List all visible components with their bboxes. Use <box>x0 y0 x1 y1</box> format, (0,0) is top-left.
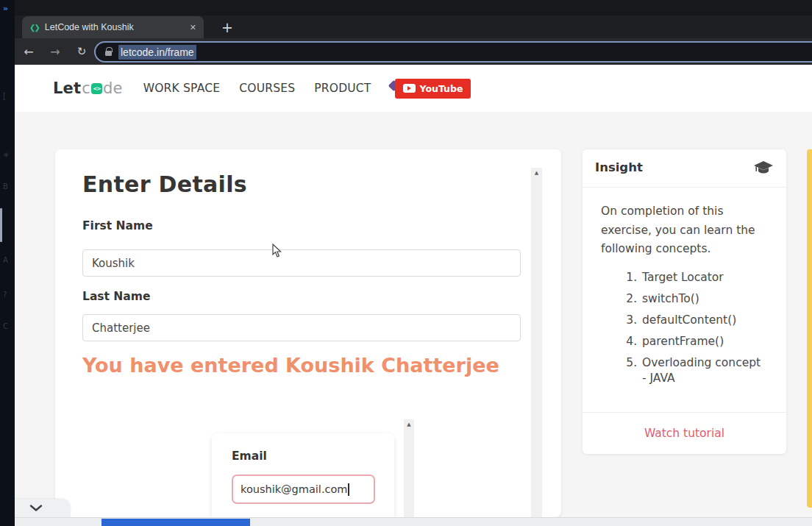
window-top-band <box>15 0 812 15</box>
tab-strip: ❮❯ LetCode with Koushik ✕ + <box>15 0 812 38</box>
logo-text-let: Let <box>53 79 81 97</box>
concept-item: defaultContent() <box>641 313 768 328</box>
browser-tab[interactable]: ❮❯ LetCode with Koushik ✕ <box>22 16 204 38</box>
nav-item-courses[interactable]: COURSES <box>239 82 295 95</box>
insight-card: Insight On completion of this exercise, … <box>583 149 786 454</box>
faint-glyph: ? <box>3 291 7 299</box>
tab-title: LetCode with Koushik <box>45 22 184 32</box>
mouse-cursor <box>272 244 282 258</box>
insight-description: On completion of this exercise, you can … <box>601 202 772 259</box>
main-nav: WORK SPACE COURSES PRODUCT <box>143 82 391 95</box>
youtube-play-icon <box>403 84 416 93</box>
address-bar[interactable]: letcode.in/frame <box>94 41 812 63</box>
expand-panel-button[interactable] <box>15 499 71 517</box>
faint-glyph: ✳ <box>3 151 9 159</box>
concept-item: Overloading concept - JAVA <box>641 355 768 386</box>
logo-text-de: de <box>103 79 123 97</box>
concept-item: switchTo() <box>641 291 768 307</box>
logo-code-icon: <> <box>91 83 102 94</box>
faint-glyph: A <box>3 256 8 264</box>
email-input[interactable]: koushik@gmail.com <box>232 475 375 504</box>
concept-item: parentFrame() <box>641 334 768 349</box>
insight-footer: Watch tutorial <box>583 412 786 454</box>
forward-button[interactable]: → <box>44 38 66 65</box>
last-name-label: Last Name <box>82 290 150 303</box>
youtube-button[interactable]: YouTube <box>395 79 471 99</box>
letcode-logo[interactable]: Let c <> de <box>53 79 123 97</box>
scroll-up-icon[interactable]: ▲ <box>404 422 414 427</box>
cutoff-card-edge <box>807 149 812 508</box>
new-tab-button[interactable]: + <box>218 18 237 37</box>
email-label: Email <box>232 449 267 463</box>
inner-frame-scrollbar[interactable]: ▲ <box>404 419 414 517</box>
first-name-input[interactable] <box>82 249 521 277</box>
lock-icon[interactable] <box>105 51 112 56</box>
overlay-arrow-icon: » <box>3 4 8 13</box>
active-indicator-bar <box>0 208 2 242</box>
browser-toolbar: ← → ↻ letcode.in/frame <box>15 38 812 65</box>
tab-close-icon[interactable]: ✕ <box>190 23 196 32</box>
nav-item-product[interactable]: PRODUCT <box>314 82 371 95</box>
entered-name-message: You have entered Koushik Chatterjee <box>82 354 499 377</box>
page-viewport: Let c <> de WORK SPACE COURSES PRODUCT Y… <box>15 65 812 526</box>
page-title: Enter Details <box>82 171 247 197</box>
insight-header: Insight <box>583 149 786 188</box>
first-name-label: First Name <box>82 219 153 232</box>
site-header: Let c <> de WORK SPACE COURSES PRODUCT Y… <box>15 65 812 112</box>
back-button[interactable]: ← <box>18 38 40 65</box>
text-caret <box>348 483 349 496</box>
browser-window: ❮❯ LetCode with Koushik ✕ + ← → ↻ letcod… <box>15 0 812 526</box>
youtube-label: YouTube <box>420 83 463 94</box>
horizontal-scrollbar-thumb[interactable] <box>102 519 250 526</box>
watch-tutorial-link[interactable]: Watch tutorial <box>644 427 724 440</box>
email-value: koushik@gmail.com <box>241 483 347 495</box>
faint-glyph: B <box>3 182 8 191</box>
chevron-down-icon <box>29 505 43 511</box>
faint-glyph: C <box>3 322 8 330</box>
concept-item: Target Locator <box>641 270 768 285</box>
url-text-selected[interactable]: letcode.in/frame <box>118 45 196 60</box>
reload-button[interactable]: ↻ <box>71 38 93 65</box>
horizontal-scrollbar-track[interactable] <box>15 517 812 526</box>
video-player-side-strip: » [ ✳ B A ? C <box>0 0 15 526</box>
outer-frame-scrollbar[interactable]: ▲ <box>531 168 542 517</box>
insight-title: Insight <box>595 160 643 174</box>
outer-frame-card: Enter Details First Name Last Name You h… <box>55 149 561 517</box>
scroll-up-icon[interactable]: ▲ <box>531 170 542 176</box>
concept-list: Target Locator switchTo() defaultContent… <box>583 270 768 392</box>
inner-frame-card: Email koushik@gmail.com <box>212 433 394 517</box>
graduation-cap-icon <box>754 161 773 175</box>
faint-glyph: [ <box>3 92 6 100</box>
screen: » [ ✳ B A ? C ❮❯ LetCode with Koushik ✕ … <box>0 0 812 526</box>
nav-item-workspace[interactable]: WORK SPACE <box>143 82 221 95</box>
letcode-favicon-icon: ❮❯ <box>29 24 39 32</box>
last-name-input[interactable] <box>82 314 521 341</box>
logo-text-c: c <box>82 79 90 97</box>
